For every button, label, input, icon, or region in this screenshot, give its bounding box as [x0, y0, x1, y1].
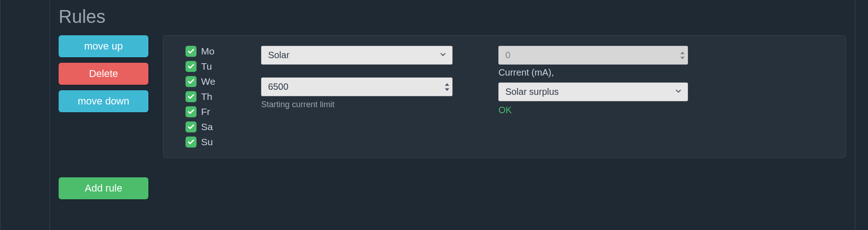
- page-title: Rules: [59, 6, 846, 27]
- check-icon: [187, 138, 195, 146]
- side-buttons: move up Delete move down Add rule: [59, 35, 148, 199]
- day-label: Su: [201, 137, 213, 148]
- days-column: Mo Tu We Th: [176, 46, 215, 148]
- checkbox-sa[interactable]: [186, 121, 197, 132]
- checkbox-th[interactable]: [186, 91, 197, 102]
- day-label: We: [201, 76, 215, 87]
- current-label: Current (mA),: [498, 67, 688, 78]
- day-label: Th: [201, 91, 213, 102]
- surplus-select[interactable]: [498, 82, 688, 101]
- right-column: Current (mA), OK: [498, 46, 688, 148]
- current-input[interactable]: [498, 46, 688, 65]
- day-row-tu: Tu: [186, 61, 215, 72]
- add-rule-button[interactable]: Add rule: [59, 177, 148, 199]
- middle-column: Starting current limit: [261, 46, 453, 148]
- check-icon: [187, 93, 195, 100]
- checkbox-fr[interactable]: [186, 106, 197, 117]
- starting-current-input[interactable]: [261, 77, 453, 96]
- rule-panel: Mo Tu We Th: [163, 35, 846, 158]
- check-icon: [187, 108, 195, 115]
- mode-select[interactable]: [261, 46, 453, 65]
- day-label: Tu: [201, 61, 212, 72]
- day-label: Sa: [201, 121, 213, 132]
- status-text: OK: [498, 105, 688, 115]
- checkbox-su[interactable]: [186, 137, 197, 148]
- move-down-button[interactable]: move down: [59, 90, 148, 112]
- move-up-button[interactable]: move up: [59, 35, 148, 57]
- day-row-th: Th: [186, 91, 215, 102]
- starting-current-helper: Starting current limit: [261, 100, 453, 110]
- check-icon: [187, 78, 195, 85]
- day-label: Fr: [201, 106, 210, 117]
- day-row-sa: Sa: [186, 121, 215, 132]
- check-icon: [187, 48, 195, 55]
- day-row-fr: Fr: [186, 106, 215, 117]
- checkbox-tu[interactable]: [186, 61, 197, 72]
- day-label: Mo: [201, 46, 214, 57]
- checkbox-mo[interactable]: [186, 46, 197, 57]
- delete-button[interactable]: Delete: [59, 63, 148, 85]
- check-icon: [187, 63, 195, 70]
- day-row-su: Su: [186, 137, 215, 148]
- day-row-mo: Mo: [186, 46, 215, 57]
- checkbox-we[interactable]: [186, 76, 197, 87]
- check-icon: [187, 123, 195, 131]
- day-row-we: We: [186, 76, 215, 87]
